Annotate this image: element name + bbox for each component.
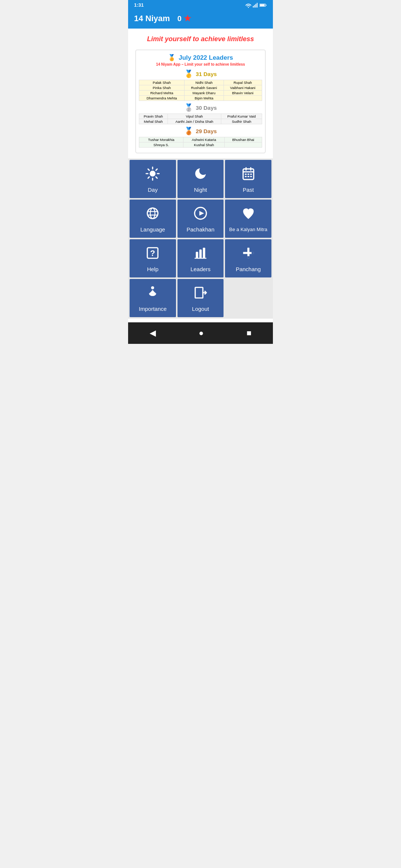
svg-rect-22 — [247, 174, 249, 175]
svg-rect-21 — [245, 174, 247, 175]
sun-icon — [146, 167, 160, 183]
grid-item-kalyan[interactable]: Be a Kalyan Mitra — [225, 200, 271, 238]
grid-item-logout[interactable]: Logout — [177, 279, 224, 317]
svg-line-16 — [148, 177, 149, 178]
svg-point-47 — [151, 286, 154, 289]
grid-item-panchang[interactable]: ✦ Panchang — [225, 239, 271, 277]
rank-2-section: 🥈 30 Days Pravin Shah Vipul Shah Praful … — [139, 103, 262, 124]
nav-recent-button[interactable]: ■ — [241, 327, 257, 339]
help-label: Help — [147, 266, 159, 272]
rank-3-badge: 🥉 — [184, 126, 193, 135]
table-row: Tushar Morakhia Ashwini Kataria Bhushan … — [139, 137, 262, 142]
cell: Richard Mehta — [139, 91, 185, 96]
rank-1-days: 31 Days — [196, 71, 217, 77]
cell: Palak Shah — [139, 80, 185, 85]
cell — [224, 96, 262, 101]
grid-item-day[interactable]: Day — [130, 160, 176, 198]
grid-item-pachakhan[interactable]: Pachakhan — [177, 200, 224, 238]
signal-icon — [253, 3, 258, 8]
rank-1-section: 🥇 31 Days Palak Shah Nidhi Shah Rupal Sh… — [139, 69, 262, 101]
play-icon — [193, 206, 208, 223]
leaders-title-text: July 2022 Leaders — [179, 54, 233, 62]
cell — [225, 142, 262, 148]
panchang-label: Panchang — [236, 266, 261, 272]
cell: Nidhi Shah — [185, 80, 224, 85]
svg-rect-4 — [257, 3, 258, 7]
language-label: Language — [140, 226, 165, 233]
svg-rect-44 — [251, 252, 254, 254]
cell: Vaibhani Hakani — [224, 85, 262, 91]
svg-rect-37 — [203, 248, 205, 259]
svg-rect-2 — [254, 5, 255, 7]
svg-rect-42 — [243, 254, 247, 256]
time: 1:31 — [134, 2, 144, 8]
svg-rect-1 — [253, 6, 254, 7]
leaders-card-subtitle: 14 Niyam App – Limit your self to achiev… — [139, 62, 262, 66]
cell: Shreya S. — [139, 142, 183, 148]
battery-icon — [260, 3, 267, 7]
leaders-icon: 🏅 — [168, 54, 176, 62]
nav-bar: ◀ ● ■ — [128, 322, 273, 344]
cell: Dharmendra Mehta — [139, 96, 185, 101]
svg-rect-6 — [260, 4, 265, 6]
rank-3-section: 🥉 29 Days Tushar Morakhia Ashwini Katari… — [139, 126, 262, 148]
svg-line-14 — [156, 177, 157, 178]
svg-point-0 — [248, 7, 249, 7]
logout-icon — [193, 286, 208, 302]
grid-item-leaders[interactable]: Leaders — [177, 239, 224, 277]
status-bar: 1:31 — [128, 0, 273, 10]
cell: Vipul Shah — [167, 114, 221, 119]
svg-rect-41 — [250, 248, 252, 252]
cell: Pinka Shah — [139, 85, 185, 91]
nav-back-button[interactable]: ◀ — [144, 327, 162, 339]
pachakhan-label: Pachakhan — [186, 226, 214, 233]
app-bar: 14 Niyam 0 ★ — [128, 10, 273, 29]
cell: Tushar Morakhia — [139, 137, 183, 142]
panchang-icon: ✦ — [241, 246, 255, 262]
app-score: 0 ★ — [177, 14, 191, 23]
table-row: Shreya S. Kushal Shah — [139, 142, 262, 148]
grid-empty-slot — [225, 279, 271, 317]
svg-point-28 — [150, 208, 155, 219]
score-value: 0 — [177, 14, 182, 23]
svg-rect-36 — [199, 250, 202, 259]
cell: Bipin Mehta — [185, 96, 224, 101]
svg-line-13 — [148, 169, 149, 170]
cell: Bhavin Velani — [224, 91, 262, 96]
meditation-icon — [146, 286, 160, 302]
cell: Ashwini Kataria — [183, 137, 225, 142]
svg-rect-25 — [247, 176, 249, 177]
grid-item-night[interactable]: Night — [177, 160, 224, 198]
cell: Kushal Shah — [183, 142, 225, 148]
svg-rect-35 — [196, 252, 198, 258]
grid-item-help[interactable]: ? Help — [130, 239, 176, 277]
night-label: Night — [194, 187, 207, 193]
moon-icon — [193, 167, 208, 183]
logout-label: Logout — [192, 306, 209, 312]
svg-point-8 — [150, 171, 156, 177]
importance-label: Importance — [139, 306, 167, 312]
grid-item-past[interactable]: Past — [225, 160, 271, 198]
svg-point-27 — [147, 208, 158, 219]
nav-home-button[interactable]: ● — [193, 327, 209, 339]
table-row: Mehal Shah Aarthi Jain / Disha Shah Sudh… — [139, 119, 262, 124]
cell: Bhushan Bhai — [225, 137, 262, 142]
svg-rect-48 — [195, 287, 203, 298]
leaders-card: 🏅 July 2022 Leaders 14 Niyam App – Limit… — [136, 50, 265, 153]
table-row: Richard Mehta Mayank Dharu Bhavin Velani — [139, 91, 262, 96]
table-row: Dharmendra Mehta Bipin Mehta — [139, 96, 262, 101]
day-label: Day — [148, 187, 158, 193]
rank-3-header: 🥉 29 Days — [139, 126, 262, 135]
star-icon: ★ — [184, 14, 191, 23]
svg-line-15 — [156, 169, 157, 170]
grid-item-language[interactable]: Language — [130, 200, 176, 238]
cell: Praful Kumar Vaid — [221, 114, 262, 119]
svg-rect-43 — [247, 256, 250, 259]
svg-marker-32 — [199, 211, 204, 216]
cell: Mehal Shah — [139, 119, 168, 124]
rank-1-header: 🥇 31 Days — [139, 69, 262, 78]
grid-item-importance[interactable]: Importance — [130, 279, 176, 317]
table-row: Palak Shah Nidhi Shah Rupal Shah — [139, 80, 262, 85]
svg-rect-7 — [265, 4, 266, 6]
grid-menu-row3: ? Help Leaders — [128, 239, 273, 279]
